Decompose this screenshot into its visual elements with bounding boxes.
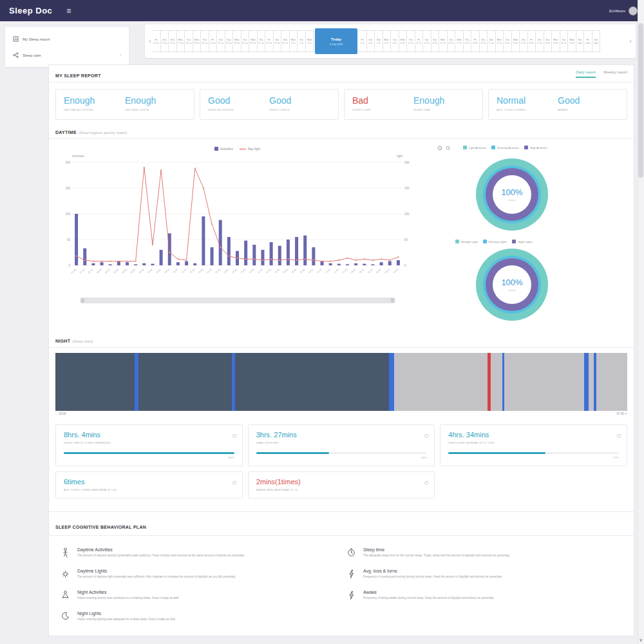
date-cell[interactable]: Sat6 Jul: [367, 30, 375, 52]
date-cell[interactable]: Wed10 Jul: [399, 30, 408, 52]
date-cell[interactable]: Sun7 Jul: [375, 30, 383, 52]
stat-label: SLEEP TIME (8~10 RECOMMENDED): [64, 441, 234, 444]
svg-text:15:46: 15:46: [291, 269, 297, 274]
plan-item-description: Indoor evening lighting was adequate for…: [77, 618, 176, 622]
date-cell[interactable]: Mon22 Jul: [496, 30, 504, 52]
date-cell[interactable]: Thu18 Jul: [464, 30, 472, 52]
stat-value: 8hrs. 4mins: [64, 431, 234, 439]
date-cell[interactable]: Sun21 Jul: [488, 30, 496, 52]
date-cell-today[interactable]: Today4 July 2019: [315, 28, 357, 54]
refresh-icon[interactable]: [616, 430, 621, 441]
date-cell[interactable]: Thu1 Aug: [576, 30, 585, 52]
clock-icon[interactable]: [437, 142, 442, 153]
page-scrollbar[interactable]: ∨: [638, 0, 644, 644]
status-value: Bad: [352, 95, 413, 106]
date-cell[interactable]: Sat29 Jun: [274, 30, 282, 52]
svg-text:13:06: 13:06: [223, 269, 229, 274]
date-cell[interactable]: Fri5 Jul: [359, 30, 367, 52]
date-cell[interactable]: Tue16 Jul: [448, 30, 456, 52]
date-cell[interactable]: Wed19 Jun: [193, 30, 202, 52]
date-cell[interactable]: Tue18 Jun: [185, 30, 193, 52]
plan-item: Avg. toss & turnsFrequency of tossing an…: [345, 569, 608, 580]
lights-donut-chart: 100%time(s): [476, 249, 548, 321]
date-cell[interactable]: Wed24 Jul: [512, 30, 520, 52]
date-cell[interactable]: Mon24 Jun: [233, 30, 242, 52]
date-cell[interactable]: Mon1 Jul: [290, 30, 298, 52]
date-cell[interactable]: Mon17 Jun: [177, 30, 185, 52]
status-item: EnoughDAYTIME ACTIVITIES: [64, 95, 125, 111]
date-cell[interactable]: Mon29 Jul: [552, 30, 560, 52]
scrollbar-down-arrow-icon[interactable]: ∨: [638, 638, 644, 643]
date-cell[interactable]: Tue30 Jul: [560, 30, 569, 52]
date-cell[interactable]: Thu11 Jul: [407, 30, 415, 52]
date-cell[interactable]: Sat15 Jun: [161, 30, 169, 52]
svg-text:150: 150: [404, 187, 410, 190]
svg-text:07:06: 07:06: [71, 269, 77, 274]
sidebar-item-my-sleep-report[interactable]: My Sleep report: [5, 31, 129, 47]
date-cell[interactable]: Thu20 Jun: [201, 30, 209, 52]
date-strip-prev-arrow-icon[interactable]: ‹: [147, 38, 153, 44]
plan-item: Daytime LightsThe amount of daytime ligh…: [59, 569, 322, 580]
date-cell[interactable]: Sat22 Jun: [217, 30, 225, 52]
date-cell[interactable]: Sun30 Jun: [281, 30, 290, 52]
date-cell[interactable]: Sat20 Jul: [480, 30, 488, 52]
date-cell[interactable]: Fri28 Jun: [265, 30, 274, 52]
night-sleep-timeline: [55, 353, 627, 411]
date-cell[interactable]: Mon15 Jul: [439, 30, 448, 52]
refresh-icon[interactable]: [232, 477, 237, 488]
date-cell[interactable]: Mon8 Jul: [383, 30, 392, 52]
stat-label: DEEP SLEEP (NORMAL UP TO 1/2H): [448, 441, 619, 444]
date-cell[interactable]: Sun16 Jun: [169, 30, 177, 52]
scrollbar-thumb[interactable]: [638, 23, 643, 178]
date-cell[interactable]: Fri2 Aug: [584, 30, 592, 52]
sidebar: My Sleep report Sleep care ›: [5, 27, 129, 67]
date-cell[interactable]: Tue23 Jul: [504, 30, 512, 52]
date-cell[interactable]: Tue2 Jul: [298, 30, 306, 52]
tab-daily-report[interactable]: Daily report: [576, 70, 596, 78]
avatar[interactable]: [629, 6, 638, 15]
date-cell[interactable]: Sat27 Jul: [536, 30, 544, 52]
date-cell[interactable]: Wed26 Jun: [249, 30, 258, 52]
chart-range-slider[interactable]: [80, 298, 395, 303]
date-cell[interactable]: Fri12 Jul: [415, 30, 424, 52]
date-strip-next-arrow-icon[interactable]: ›: [628, 38, 633, 44]
svg-text:18:26: 18:26: [359, 269, 365, 274]
magnifier-icon[interactable]: [446, 142, 451, 153]
walking-person-icon: [59, 547, 71, 558]
status-cards-row: EnoughDAYTIME ACTIVITIESEnoughDAYTIME LI…: [55, 89, 627, 120]
tab-weekly-report[interactable]: Weekly report: [603, 70, 627, 78]
status-value: Good: [269, 95, 330, 106]
moon-icon: [59, 611, 71, 622]
date-cell[interactable]: Wed31 Jul: [568, 30, 576, 52]
date-cell[interactable]: Wed17 Jul: [455, 30, 464, 52]
refresh-icon[interactable]: [232, 430, 237, 441]
date-cell[interactable]: Fri19 Jul: [471, 30, 480, 52]
svg-text:12:26: 12:26: [206, 269, 212, 274]
plan-item-description: The amount of daytime activity (preferab…: [77, 554, 245, 558]
activities-donut-legend: Light ActivitiesRunning ActivitiesHigh A…: [463, 146, 547, 149]
hamburger-menu-icon[interactable]: ≡: [66, 6, 71, 15]
date-cell[interactable]: Wed3 Jul: [306, 30, 314, 52]
stat-value: 4hrs. 34mins: [448, 431, 619, 439]
date-cell[interactable]: Fri26 Jul: [528, 30, 536, 52]
date-cell[interactable]: Tue9 Jul: [391, 30, 399, 52]
date-cell[interactable]: Sun14 Jul: [431, 30, 440, 52]
date-cell[interactable]: Tue25 Jun: [242, 30, 250, 52]
refresh-icon[interactable]: [424, 430, 429, 441]
sun-icon: [59, 569, 71, 580]
stat-progress-bar: [64, 452, 234, 454]
date-cell[interactable]: Sun28 Jul: [544, 30, 553, 52]
date-cell[interactable]: Thu27 Jun: [258, 30, 266, 52]
svg-text:17:26: 17:26: [334, 269, 339, 274]
svg-text:17:46: 17:46: [342, 269, 348, 274]
activities-donut-chart: 100%time(s): [476, 158, 548, 231]
date-strip: ‹ Fri14 JunSat15 JunSun16 JunMon17 JunTu…: [145, 24, 636, 58]
date-cell[interactable]: Fri14 Jun: [153, 30, 161, 52]
date-cell[interactable]: Fri21 Jun: [209, 30, 218, 52]
sidebar-item-sleep-care[interactable]: Sleep care ›: [5, 47, 129, 63]
refresh-icon[interactable]: [424, 477, 429, 488]
date-cell[interactable]: Sat3 Aug: [592, 30, 601, 52]
date-cell[interactable]: Thu25 Jul: [520, 30, 528, 52]
date-cell[interactable]: Sun23 Jun: [225, 30, 234, 52]
date-cell[interactable]: Sat13 Jul: [423, 30, 431, 52]
